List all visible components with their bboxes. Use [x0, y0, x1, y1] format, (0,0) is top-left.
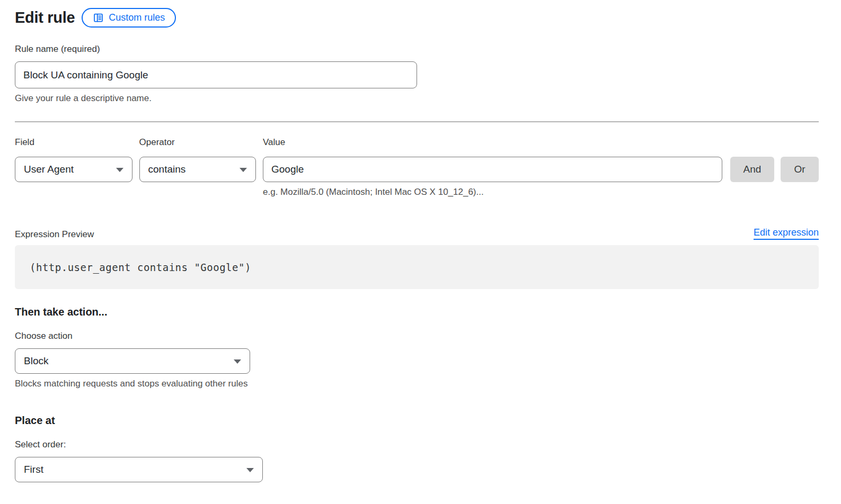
page-title: Edit rule	[15, 9, 75, 26]
operator-select-value: contains	[148, 164, 186, 175]
or-button[interactable]: Or	[781, 157, 819, 182]
action-help: Blocks matching requests and stops evalu…	[15, 379, 819, 389]
action-section-heading: Then take action...	[15, 306, 819, 318]
field-select[interactable]: User Agent	[15, 157, 132, 182]
value-label: Value	[263, 137, 722, 148]
chevron-down-icon	[116, 168, 123, 172]
field-label: Field	[15, 137, 132, 148]
expression-code-block: (http.user_agent contains "Google")	[15, 245, 819, 289]
select-order-label: Select order:	[15, 439, 819, 450]
operator-select[interactable]: contains	[139, 157, 256, 182]
page-header: Edit rule Custom rules	[15, 8, 819, 28]
rule-name-help: Give your rule a descriptive name.	[15, 93, 819, 104]
edit-expression-link[interactable]: Edit expression	[754, 227, 819, 240]
book-icon	[93, 12, 104, 23]
value-input[interactable]	[263, 157, 722, 182]
condition-row: Field User Agent Operator contains Value…	[15, 137, 819, 197]
place-at-heading: Place at	[15, 415, 819, 427]
chevron-down-icon	[246, 468, 254, 472]
action-select[interactable]: Block	[15, 348, 250, 374]
field-select-value: User Agent	[24, 164, 74, 175]
logic-buttons: And Or	[730, 137, 819, 197]
expression-code: (http.user_agent contains "Google")	[30, 262, 251, 273]
choose-action-label: Choose action	[15, 331, 819, 341]
expression-preview-header: Expression Preview Edit expression	[15, 227, 819, 240]
section-divider	[15, 121, 819, 122]
value-help: e.g. Mozilla/5.0 (Macintosh; Intel Mac O…	[263, 187, 722, 197]
chevron-down-icon	[234, 359, 241, 364]
value-column: Value e.g. Mozilla/5.0 (Macintosh; Intel…	[263, 137, 722, 197]
operator-column: Operator contains	[139, 137, 256, 197]
expression-preview-label: Expression Preview	[15, 229, 94, 240]
and-button[interactable]: And	[730, 157, 774, 182]
order-select-value: First	[24, 464, 43, 475]
action-select-value: Block	[24, 355, 48, 367]
edit-rule-page: Edit rule Custom rules Rule name (requir…	[0, 0, 841, 482]
field-column: Field User Agent	[15, 137, 132, 197]
operator-label: Operator	[139, 137, 256, 148]
order-select[interactable]: First	[15, 457, 263, 482]
rule-name-label: Rule name (required)	[15, 44, 819, 55]
custom-rules-badge[interactable]: Custom rules	[82, 8, 176, 28]
chevron-down-icon	[240, 168, 247, 172]
custom-rules-badge-label: Custom rules	[109, 12, 165, 23]
rule-name-input[interactable]	[15, 61, 417, 88]
